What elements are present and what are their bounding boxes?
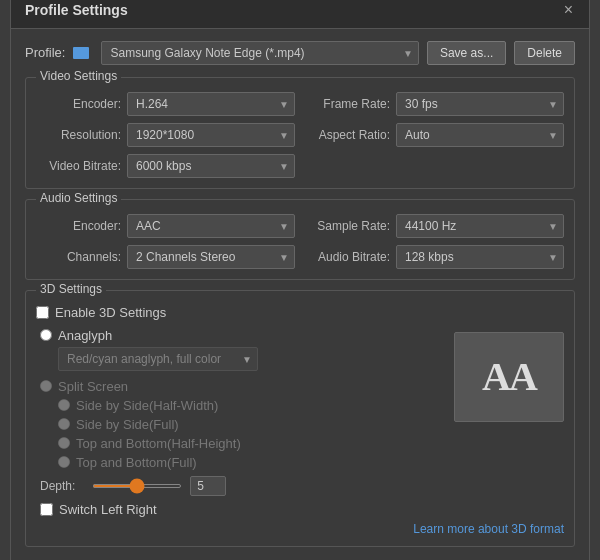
profile-label: Profile: <box>25 45 65 60</box>
side-by-side-half-radio[interactable] <box>58 399 70 411</box>
aspect-ratio-select[interactable]: Auto <box>396 123 564 147</box>
frame-rate-label: Frame Rate: <box>305 97 390 111</box>
three-d-left-panel: Anaglyph Red/cyan anaglyph, full color ▼ <box>36 328 444 517</box>
anaglyph-radio-row: Anaglyph <box>40 328 444 343</box>
depth-input[interactable] <box>190 476 226 496</box>
audio-encoder-row: Encoder: AAC ▼ <box>36 214 295 238</box>
learn-more-row: Learn more about 3D format <box>36 517 564 536</box>
side-by-side-half-label: Side by Side(Half-Width) <box>76 398 218 413</box>
encoder-select[interactable]: H.264 <box>127 92 295 116</box>
aspect-ratio-label: Aspect Ratio: <box>305 128 390 142</box>
aa-preview-text: AA <box>482 353 536 400</box>
switch-left-right-checkbox[interactable] <box>40 503 53 516</box>
switch-left-right-label: Switch Left Right <box>59 502 157 517</box>
top-bottom-half-row: Top and Bottom(Half-Height) <box>58 436 444 451</box>
video-settings-section: Video Settings Encoder: H.264 ▼ Frame Ra… <box>25 77 575 189</box>
split-screen-group: Split Screen Side by Side(Half-Width) Si… <box>40 379 444 470</box>
learn-more-link[interactable]: Learn more about 3D format <box>413 522 564 536</box>
audio-bitrate-select-wrap: 128 kbps ▼ <box>396 245 564 269</box>
side-by-side-half-row: Side by Side(Half-Width) <box>58 398 444 413</box>
audio-bitrate-label: Audio Bitrate: <box>305 250 390 264</box>
three-d-settings-section: 3D Settings Enable 3D Settings Anaglyph <box>25 290 575 547</box>
three-d-layout: Anaglyph Red/cyan anaglyph, full color ▼ <box>36 328 564 517</box>
video-bitrate-select-wrap: 6000 kbps ▼ <box>127 154 295 178</box>
top-bottom-half-label: Top and Bottom(Half-Height) <box>76 436 241 451</box>
enable-3d-row: Enable 3D Settings <box>36 305 564 320</box>
sample-rate-select[interactable]: 44100 Hz <box>396 214 564 238</box>
delete-button[interactable]: Delete <box>514 41 575 65</box>
side-by-side-full-label: Side by Side(Full) <box>76 417 179 432</box>
audio-settings-grid: Encoder: AAC ▼ Sample Rate: 44100 Hz <box>36 214 564 269</box>
enable-3d-label: Enable 3D Settings <box>55 305 166 320</box>
channels-row: Channels: 2 Channels Stereo ▼ <box>36 245 295 269</box>
anaglyph-arrow-icon: ▼ <box>242 353 252 364</box>
top-bottom-full-radio[interactable] <box>58 456 70 468</box>
channels-select-wrap: 2 Channels Stereo ▼ <box>127 245 295 269</box>
close-button[interactable]: × <box>562 2 575 18</box>
split-screen-label: Split Screen <box>58 379 128 394</box>
three-d-settings-title: 3D Settings <box>36 282 106 296</box>
video-bitrate-label: Video Bitrate: <box>36 159 121 173</box>
aspect-ratio-row: Aspect Ratio: Auto ▼ <box>305 123 564 147</box>
channels-select[interactable]: 2 Channels Stereo <box>127 245 295 269</box>
top-bottom-full-label: Top and Bottom(Full) <box>76 455 197 470</box>
resolution-label: Resolution: <box>36 128 121 142</box>
save-as-button[interactable]: Save as... <box>427 41 506 65</box>
audio-encoder-select-wrap: AAC ▼ <box>127 214 295 238</box>
audio-bitrate-select[interactable]: 128 kbps <box>396 245 564 269</box>
side-by-side-full-radio[interactable] <box>58 418 70 430</box>
title-bar: Profile Settings × <box>11 0 589 29</box>
video-settings-title: Video Settings <box>36 69 121 83</box>
top-bottom-half-radio[interactable] <box>58 437 70 449</box>
frame-rate-select-wrap: 30 fps ▼ <box>396 92 564 116</box>
sample-rate-label: Sample Rate: <box>305 219 390 233</box>
split-screen-radio-row: Split Screen <box>40 379 444 394</box>
resolution-select-wrap: 1920*1080 ▼ <box>127 123 295 147</box>
encoder-row: Encoder: H.264 ▼ <box>36 92 295 116</box>
anaglyph-select-wrap: Red/cyan anaglyph, full color ▼ <box>58 347 258 371</box>
frame-rate-select[interactable]: 30 fps <box>396 92 564 116</box>
split-screen-radio[interactable] <box>40 380 52 392</box>
depth-label: Depth: <box>40 479 84 493</box>
resolution-row: Resolution: 1920*1080 ▼ <box>36 123 295 147</box>
split-screen-options: Side by Side(Half-Width) Side by Side(Fu… <box>58 398 444 470</box>
sample-rate-row: Sample Rate: 44100 Hz ▼ <box>305 214 564 238</box>
anaglyph-select[interactable]: Red/cyan anaglyph, full color <box>58 347 258 371</box>
resolution-select[interactable]: 1920*1080 <box>127 123 295 147</box>
encoder-select-wrap: H.264 ▼ <box>127 92 295 116</box>
profile-settings-dialog: Profile Settings × Profile: Samsung Gala… <box>10 0 590 560</box>
audio-settings-section: Audio Settings Encoder: AAC ▼ Sample Rat… <box>25 199 575 280</box>
video-settings-grid: Encoder: H.264 ▼ Frame Rate: 30 fps <box>36 92 564 178</box>
depth-row: Depth: <box>40 476 444 496</box>
frame-rate-row: Frame Rate: 30 fps ▼ <box>305 92 564 116</box>
sample-rate-select-wrap: 44100 Hz ▼ <box>396 214 564 238</box>
top-bottom-full-row: Top and Bottom(Full) <box>58 455 444 470</box>
switch-left-right-row: Switch Left Right <box>40 502 444 517</box>
depth-slider[interactable] <box>92 484 182 488</box>
dialog-title: Profile Settings <box>25 2 128 18</box>
audio-settings-title: Audio Settings <box>36 191 121 205</box>
enable-3d-checkbox[interactable] <box>36 306 49 319</box>
audio-bitrate-row: Audio Bitrate: 128 kbps ▼ <box>305 245 564 269</box>
dialog-body: Profile: Samsung Galaxy Note Edge (*.mp4… <box>11 29 589 561</box>
profile-icon <box>73 47 89 59</box>
aspect-ratio-select-wrap: Auto ▼ <box>396 123 564 147</box>
audio-encoder-label: Encoder: <box>36 219 121 233</box>
profile-row: Profile: Samsung Galaxy Note Edge (*.mp4… <box>25 41 575 65</box>
profile-select[interactable]: Samsung Galaxy Note Edge (*.mp4) <box>101 41 418 65</box>
aa-preview-box: AA <box>454 332 564 422</box>
anaglyph-group: Anaglyph Red/cyan anaglyph, full color ▼ <box>40 328 444 371</box>
anaglyph-radio[interactable] <box>40 329 52 341</box>
channels-label: Channels: <box>36 250 121 264</box>
audio-encoder-select[interactable]: AAC <box>127 214 295 238</box>
side-by-side-full-row: Side by Side(Full) <box>58 417 444 432</box>
video-bitrate-select[interactable]: 6000 kbps <box>127 154 295 178</box>
anaglyph-label: Anaglyph <box>58 328 112 343</box>
profile-select-wrap: Samsung Galaxy Note Edge (*.mp4) ▼ <box>101 41 418 65</box>
video-bitrate-row: Video Bitrate: 6000 kbps ▼ <box>36 154 295 178</box>
encoder-label: Encoder: <box>36 97 121 111</box>
